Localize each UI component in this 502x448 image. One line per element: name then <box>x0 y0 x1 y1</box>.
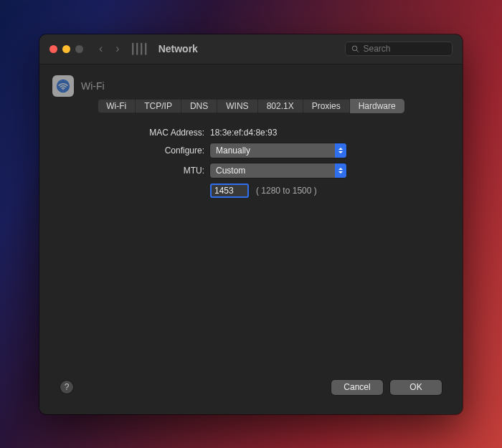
show-all-icon[interactable]: ┃┃┃┃ <box>130 43 147 54</box>
nav-arrows: ‹ › <box>99 42 120 55</box>
minimize-window-button[interactable] <box>62 45 70 53</box>
back-button[interactable]: ‹ <box>99 42 103 55</box>
tab-wins[interactable]: WINS <box>217 99 257 113</box>
svg-line-1 <box>356 50 359 52</box>
tab-8021x[interactable]: 802.1X <box>258 99 303 113</box>
mtu-select[interactable]: Custom <box>210 163 346 178</box>
mtu-value-input[interactable] <box>210 184 249 198</box>
configure-select[interactable]: Manually <box>210 143 346 158</box>
mtu-label: MTU: <box>49 166 210 176</box>
sheet-footer: ? Cancel OK <box>49 373 453 405</box>
search-icon <box>351 44 359 53</box>
forward-button: › <box>115 42 119 55</box>
help-button[interactable]: ? <box>60 381 73 394</box>
configure-label: Configure: <box>49 146 210 156</box>
tab-tcpip[interactable]: TCP/IP <box>136 99 181 113</box>
mtu-select-value: Custom <box>216 166 245 176</box>
configure-select-value: Manually <box>216 146 250 156</box>
mac-address-label: MAC Address: <box>49 128 210 138</box>
tab-dns[interactable]: DNS <box>181 99 217 113</box>
tab-wifi[interactable]: Wi-Fi <box>98 99 136 113</box>
titlebar: ‹ › ┃┃┃┃ Network <box>39 34 463 65</box>
tab-bar: Wi-Fi TCP/IP DNS WINS 802.1X Proxies Har… <box>98 99 404 113</box>
search-input[interactable] <box>364 44 447 54</box>
network-preferences-window: ‹ › ┃┃┃┃ Network Wi-Fi Wi-Fi TCP/IP D <box>39 34 463 414</box>
tab-proxies[interactable]: Proxies <box>303 99 350 113</box>
window-title: Network <box>158 43 198 54</box>
settings-sheet: Wi-Fi TCP/IP DNS WINS 802.1X Proxies Har… <box>49 72 453 405</box>
tab-hardware[interactable]: Hardware <box>350 99 404 113</box>
window-controls <box>49 45 83 53</box>
svg-point-0 <box>352 46 357 51</box>
zoom-window-button <box>75 45 83 53</box>
search-field[interactable] <box>345 42 453 56</box>
mac-address-value: 18:3e:ef:d4:8e:93 <box>210 128 277 138</box>
close-window-button[interactable] <box>49 45 57 53</box>
mtu-range-hint: ( 1280 to 1500 ) <box>256 186 317 196</box>
cancel-button[interactable]: Cancel <box>331 380 383 395</box>
chevron-updown-icon <box>335 163 346 178</box>
hardware-form: MAC Address: 18:3e:ef:d4:8e:93 Configure… <box>49 113 453 204</box>
ok-button[interactable]: OK <box>390 380 442 395</box>
chevron-updown-icon <box>335 143 346 158</box>
